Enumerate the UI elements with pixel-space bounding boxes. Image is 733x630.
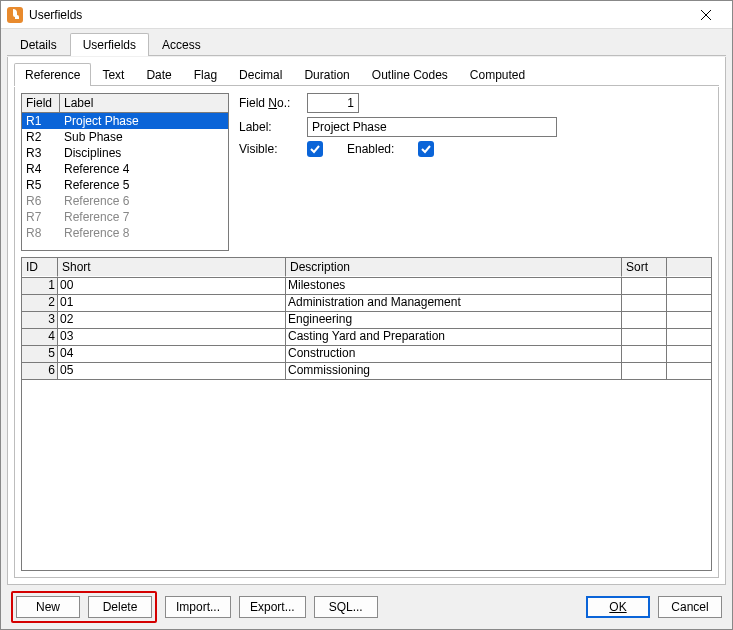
export-button[interactable]: Export...: [239, 596, 306, 618]
table-cell-id: 4: [22, 329, 58, 345]
sub-tab-reference[interactable]: Reference: [14, 63, 91, 86]
field-list-row-label: Project Phase: [60, 114, 228, 128]
close-button[interactable]: [686, 2, 726, 28]
grid-header-spacer: [667, 258, 711, 277]
table-cell-id: 3: [22, 312, 58, 328]
app-icon: [7, 7, 23, 23]
table-row[interactable]: 201Administration and Management: [22, 295, 711, 312]
field-list-row[interactable]: R4Reference 4: [22, 161, 228, 177]
enabled-checkbox[interactable]: [418, 141, 434, 157]
field-list-row-id: R1: [22, 114, 60, 128]
field-list[interactable]: Field Label R1Project PhaseR2Sub PhaseR3…: [21, 93, 229, 251]
table-cell-sort: [622, 295, 667, 311]
main-panel: ReferenceTextDateFlagDecimalDurationOutl…: [7, 57, 726, 585]
table-cell-short: 04: [58, 346, 286, 362]
main-tab-userfields[interactable]: Userfields: [70, 33, 149, 56]
ok-button[interactable]: OK: [586, 596, 650, 618]
field-list-header: Field Label: [22, 94, 228, 113]
table-cell-spacer: [667, 278, 711, 294]
main-tabs: DetailsUserfieldsAccess: [1, 29, 732, 56]
table-cell-spacer: [667, 312, 711, 328]
field-list-row-label: Sub Phase: [60, 130, 228, 144]
main-tab-details[interactable]: Details: [7, 33, 70, 56]
table-cell-sort: [622, 346, 667, 362]
field-list-row[interactable]: R3Disciplines: [22, 145, 228, 161]
table-cell-sort: [622, 329, 667, 345]
import-button[interactable]: Import...: [165, 596, 231, 618]
field-list-body: R1Project PhaseR2Sub PhaseR3DisciplinesR…: [22, 113, 228, 250]
field-list-row-id: R7: [22, 210, 60, 224]
delete-button[interactable]: Delete: [88, 596, 152, 618]
field-no-label: Field No.:: [239, 96, 301, 110]
sub-tab-duration[interactable]: Duration: [293, 63, 360, 86]
grid-header-desc[interactable]: Description: [286, 258, 622, 277]
table-cell-sort: [622, 278, 667, 294]
field-list-row[interactable]: R8Reference 8: [22, 225, 228, 241]
sql-button[interactable]: SQL...: [314, 596, 378, 618]
table-cell-id: 2: [22, 295, 58, 311]
titlebar: Userfields: [1, 1, 732, 29]
table-cell-sort: [622, 363, 667, 379]
field-list-row[interactable]: R5Reference 5: [22, 177, 228, 193]
sub-tab-date[interactable]: Date: [135, 63, 182, 86]
table-cell-spacer: [667, 346, 711, 362]
window-title: Userfields: [29, 8, 686, 22]
table-cell-desc: Engineering: [286, 312, 622, 328]
new-button[interactable]: New: [16, 596, 80, 618]
field-list-row-id: R5: [22, 178, 60, 192]
table-row[interactable]: 504Construction: [22, 346, 711, 363]
enabled-label: Enabled:: [347, 142, 394, 156]
table-cell-spacer: [667, 363, 711, 379]
table-row[interactable]: 605Commissioning: [22, 363, 711, 380]
grid-header-sort[interactable]: Sort: [622, 258, 667, 277]
table-cell-sort: [622, 312, 667, 328]
field-list-row[interactable]: R1Project Phase: [22, 113, 228, 129]
sub-tab-computed[interactable]: Computed: [459, 63, 536, 86]
table-cell-short: 05: [58, 363, 286, 379]
field-no-input[interactable]: [307, 93, 359, 113]
field-list-row-label: Reference 8: [60, 226, 228, 240]
label-input[interactable]: [307, 117, 557, 137]
sub-tabs-line: [14, 85, 719, 86]
field-list-row-label: Reference 4: [60, 162, 228, 176]
table-row[interactable]: 403Casting Yard and Preparation: [22, 329, 711, 346]
grid-header-id[interactable]: ID: [22, 258, 58, 277]
field-list-row[interactable]: R6Reference 6: [22, 193, 228, 209]
sub-tab-decimal[interactable]: Decimal: [228, 63, 293, 86]
table-cell-desc: Commissioning: [286, 363, 622, 379]
table-cell-short: 01: [58, 295, 286, 311]
table-cell-spacer: [667, 329, 711, 345]
field-list-row[interactable]: R2Sub Phase: [22, 129, 228, 145]
highlight-group: New Delete: [11, 591, 157, 623]
sub-tab-text[interactable]: Text: [91, 63, 135, 86]
grid-header-short[interactable]: Short: [58, 258, 286, 277]
field-list-row-id: R3: [22, 146, 60, 160]
table-cell-spacer: [667, 295, 711, 311]
table-cell-id: 5: [22, 346, 58, 362]
table-row[interactable]: 100Milestones: [22, 278, 711, 295]
values-grid[interactable]: ID Short Description Sort 100Milestones2…: [21, 257, 712, 571]
sub-tab-flag[interactable]: Flag: [183, 63, 228, 86]
table-cell-desc: Casting Yard and Preparation: [286, 329, 622, 345]
field-list-row-id: R8: [22, 226, 60, 240]
field-list-row-id: R2: [22, 130, 60, 144]
table-cell-desc: Construction: [286, 346, 622, 362]
table-cell-desc: Administration and Management: [286, 295, 622, 311]
cancel-button[interactable]: Cancel: [658, 596, 722, 618]
table-cell-desc: Milestones: [286, 278, 622, 294]
field-list-header-field[interactable]: Field: [22, 94, 60, 113]
label-label: Label:: [239, 120, 301, 134]
properties-pane: Field No.: Label: Visible: Enabled:: [235, 93, 712, 251]
visible-label: Visible:: [239, 142, 301, 156]
field-list-header-label[interactable]: Label: [60, 94, 228, 113]
table-row[interactable]: 302Engineering: [22, 312, 711, 329]
table-cell-short: 02: [58, 312, 286, 328]
main-tab-access[interactable]: Access: [149, 33, 214, 56]
field-list-row-id: R6: [22, 194, 60, 208]
reference-panel: Field Label R1Project PhaseR2Sub PhaseR3…: [14, 87, 719, 578]
values-grid-header: ID Short Description Sort: [22, 258, 711, 278]
footer-buttons: New Delete Import... Export... SQL... OK…: [1, 591, 732, 629]
field-list-row[interactable]: R7Reference 7: [22, 209, 228, 225]
visible-checkbox[interactable]: [307, 141, 323, 157]
sub-tab-outline-codes[interactable]: Outline Codes: [361, 63, 459, 86]
